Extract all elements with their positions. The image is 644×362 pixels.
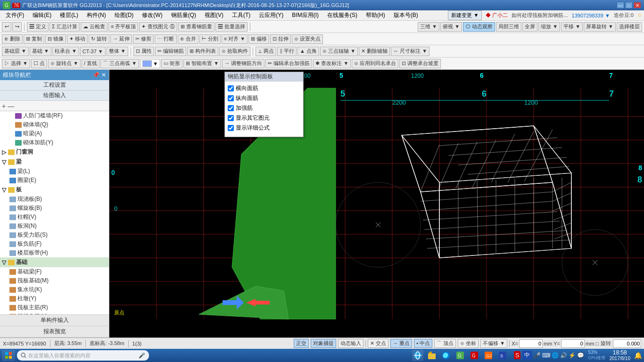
tree-item-sump[interactable]: 集水坑(K) xyxy=(0,285,109,294)
tb-define[interactable]: ☰ 定义 xyxy=(27,22,49,32)
tb-smart-layout[interactable]: ⊞ 智能布置 ▼ xyxy=(183,59,221,68)
tb-two-point[interactable]: ⊥ 两点 xyxy=(256,47,276,56)
y-input[interactable] xyxy=(561,339,585,348)
tb-adjust-slope[interactable]: ⊡ 调整承台坡度 xyxy=(399,59,441,68)
btn-toppoint[interactable]: ⌒ 顶点 xyxy=(434,339,456,348)
menu-bim[interactable]: BIM应用(I) xyxy=(288,10,322,20)
panel-add-icon[interactable]: + xyxy=(2,102,6,110)
rebar-check-detail[interactable] xyxy=(228,125,234,131)
tray-zh-icon[interactable]: 中 xyxy=(522,351,532,360)
tb-component-id[interactable]: CT-37 ▼ xyxy=(80,47,106,56)
tb-flatten[interactable]: ≡ 齐平板顶 xyxy=(108,22,138,32)
tb-dim-note[interactable]: ↔ 尺寸标注 ▼ xyxy=(391,47,429,56)
tb-fullscreen[interactable]: 全屏 xyxy=(522,22,537,32)
tree-item-raft[interactable]: 筏板基础(M) xyxy=(0,276,109,285)
minimize-button[interactable]: — xyxy=(617,2,624,8)
new-change-btn[interactable]: 新建变更 ▼ xyxy=(448,10,482,20)
tb-align[interactable]: ≡ 对齐 ▼ xyxy=(222,34,248,44)
tb-edit-rebar[interactable]: ✏ 编辑钢筋 xyxy=(155,47,186,56)
taskbar-app1[interactable]: G xyxy=(454,350,466,361)
tree-section-slab[interactable]: ▽ 板 xyxy=(0,185,109,195)
tree-item-beam[interactable]: 梁(L) xyxy=(0,167,109,176)
tb-move[interactable]: ✦ 移动 xyxy=(67,34,88,44)
btn-dynamic[interactable]: 动态输入 xyxy=(338,339,363,348)
start-button[interactable] xyxy=(2,350,15,361)
tb-3d[interactable]: 三维 ▼ xyxy=(418,22,439,32)
btn-no-move[interactable]: 不偏移 ▼ xyxy=(480,339,507,348)
tree-item-col-pier[interactable]: 柱墩(Y) xyxy=(0,294,109,303)
menu-rebar-qty[interactable]: 钢筋量(Q) xyxy=(167,10,200,20)
taskbar-edge[interactable] xyxy=(440,350,452,361)
tb-component-list[interactable]: ⊞ 构件列表 xyxy=(187,47,218,56)
tree-section-beam[interactable]: ▽ 梁 xyxy=(0,157,109,167)
tb-select[interactable]: ▷ 选择 ▼ xyxy=(2,59,30,68)
menu-version[interactable]: 版本号(B) xyxy=(390,10,422,20)
tb-undo[interactable]: ↩ xyxy=(2,22,11,32)
tree-item-slab-rebar[interactable]: 板受力筋(S) xyxy=(0,230,109,239)
tb-delete[interactable]: ⊕ 删除 xyxy=(2,34,23,44)
tb-merge[interactable]: ⊕ 合并 xyxy=(178,34,198,44)
tb-find[interactable]: ✦ 查找图元 ⑤ xyxy=(139,22,177,32)
tb-rect[interactable]: ▭ 矩形 xyxy=(161,59,182,68)
tree-item-masonry[interactable]: 砌体墙(Q) xyxy=(0,120,109,129)
tb-screen-rotate[interactable]: 屏幕旋转 ▼ xyxy=(584,22,616,32)
x-input[interactable] xyxy=(519,339,543,348)
tb-whole[interactable]: 整体 ▼ xyxy=(107,47,128,56)
panel-project-settings[interactable]: 工程设置 xyxy=(0,80,109,90)
tb-mirror[interactable]: ⊟ 镜像 xyxy=(45,34,66,44)
tb-top-view[interactable]: 俯视 ▼ xyxy=(440,22,462,32)
tb-break[interactable]: ⋯ 打断 xyxy=(155,34,176,44)
tree-item-column-cap[interactable]: 柱帽(V) xyxy=(0,213,109,222)
tb-cloud-check[interactable]: ☁ 云检查 xyxy=(81,22,107,32)
tree-section-doors[interactable]: ▷ 门窗洞 xyxy=(0,147,109,157)
btn-ortho[interactable]: 正交 xyxy=(294,339,309,348)
btn-centerpoint[interactable]: • 中点 xyxy=(414,339,432,348)
panel-single-component[interactable]: 单构件输入 xyxy=(0,315,109,326)
tb-dynamic-obs[interactable]: ◎ 动态观察 xyxy=(463,22,495,32)
menu-file[interactable]: 文件(F) xyxy=(2,10,28,20)
tb-split[interactable]: ⊢ 分割 xyxy=(199,34,221,44)
close-button[interactable]: ✕ xyxy=(634,2,641,8)
menu-floor[interactable]: 楼层(L) xyxy=(56,10,82,20)
tree-item-ring-beam[interactable]: 圈梁(E) xyxy=(0,176,109,185)
tb-extend[interactable]: → 延伸 xyxy=(110,34,132,44)
panel-close-btn[interactable]: ✕ xyxy=(101,72,106,78)
menu-cloud[interactable]: 云应用(Y) xyxy=(255,10,287,20)
menu-service[interactable]: 在线服务(S) xyxy=(323,10,361,20)
rebar-check-vert[interactable] xyxy=(228,95,234,101)
tree-section-foundation[interactable]: ▽ 基础 xyxy=(0,257,109,267)
search-bar[interactable]: 在这里输入你要搜索的内容 🎤 xyxy=(17,350,149,361)
tb-local-3d[interactable]: 局部三维 xyxy=(496,22,521,32)
tree-item-floor-strip[interactable]: 楼层板带(H) xyxy=(0,248,109,257)
tb-arc[interactable]: ⌒ 三点画弧 ▼ xyxy=(100,59,139,68)
btn-midpoint[interactable]: → 重点 xyxy=(390,339,412,348)
tree-item-raft-top[interactable]: 筏板主筋(R) xyxy=(0,303,109,312)
tb-select-floor[interactable]: 选择楼层 xyxy=(617,22,642,32)
rebar-check-reinforce[interactable] xyxy=(228,105,234,111)
taskbar-app3[interactable]: GJ xyxy=(483,350,494,361)
btn-intersect[interactable]: ✕ 交点 xyxy=(368,339,388,348)
tb-copy[interactable]: ⊞ 复制 xyxy=(24,34,44,44)
tree-item-found-beam[interactable]: 基础梁(F) xyxy=(0,267,109,276)
tree-item-slab-neg-rebar[interactable]: 板负筋(F) xyxy=(0,239,109,248)
tb-parallel[interactable]: ∥ 平行 xyxy=(277,47,297,56)
tb-set-grip[interactable]: ⊙ 设置夹点 xyxy=(292,34,323,44)
rotate-input[interactable] xyxy=(613,339,641,348)
tb-zoom[interactable]: 缩放 ▼ xyxy=(538,22,560,32)
menu-edit[interactable]: 编辑(E) xyxy=(29,10,55,20)
tree-item-antidoor[interactable]: 人防门槛墙(RF) xyxy=(0,111,109,120)
btn-coordpoint[interactable]: ⊙ 坐标 xyxy=(458,339,479,348)
maximize-button[interactable]: □ xyxy=(625,2,633,8)
rebar-check-other[interactable] xyxy=(228,115,234,121)
panel-report-preview[interactable]: 报表预览 xyxy=(0,326,109,337)
tb-point[interactable]: ☐ 点 xyxy=(31,59,47,68)
menu-modify[interactable]: 修改(W) xyxy=(138,10,166,20)
tb-sum[interactable]: Σ 汇总计算 xyxy=(50,22,80,32)
panel-minus-icon[interactable]: — xyxy=(8,102,14,110)
tb-line[interactable]: / 直线 xyxy=(82,59,99,68)
tb-properties[interactable]: ⊡ 属性 xyxy=(133,47,154,56)
tb-change-note[interactable]: ✱ 查改标注 ▼ xyxy=(313,59,351,68)
menu-tools[interactable]: 工具(T) xyxy=(228,10,254,20)
system-clock[interactable]: 18:58 2017/8/10 xyxy=(610,349,631,362)
rebar-check-horiz[interactable] xyxy=(228,85,234,91)
